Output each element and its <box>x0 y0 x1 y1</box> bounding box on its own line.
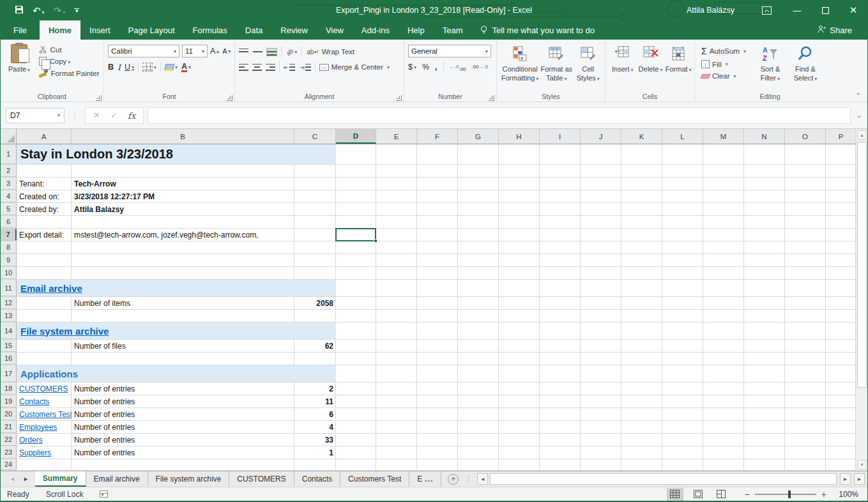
cell-B15[interactable]: Number of files <box>72 340 128 352</box>
column-header-C[interactable]: C <box>294 129 336 144</box>
row-header-21[interactable]: 21 <box>1 421 17 433</box>
alignment-dialog-launcher[interactable] <box>396 95 402 101</box>
comma-style-button[interactable]: , <box>435 63 437 72</box>
scroll-left-icon[interactable]: ◄ <box>477 473 488 485</box>
font-name-combo[interactable]: Calibri▾ <box>108 45 179 57</box>
cell-B20[interactable]: Number of entries <box>72 408 137 420</box>
column-header-B[interactable]: B <box>72 129 294 144</box>
tab-home[interactable]: Home <box>40 20 80 40</box>
row-header-18[interactable]: 18 <box>1 383 17 395</box>
undo-dropdown-icon[interactable]: ▾ <box>42 10 45 15</box>
select-all-corner[interactable] <box>1 129 17 144</box>
merge-center-button[interactable]: ↔Merge & Center <box>319 63 390 71</box>
cell-A19[interactable]: Contacts <box>17 395 72 407</box>
undo-icon[interactable]: ↶▾ <box>33 6 45 15</box>
row-header-12[interactable]: 12 <box>1 297 17 309</box>
column-header-M[interactable]: M <box>703 129 744 144</box>
align-left-icon[interactable] <box>239 64 248 71</box>
row-header-2[interactable]: 2 <box>1 165 17 177</box>
paste-button[interactable]: Paste <box>4 42 34 74</box>
increase-indent-icon[interactable]: ⇥ <box>299 64 310 71</box>
page-break-view-icon[interactable] <box>713 488 729 501</box>
enter-icon[interactable]: ✓ <box>110 110 118 120</box>
macro-record-icon[interactable] <box>100 491 108 498</box>
fill-button[interactable]: ↓Fill <box>701 60 746 68</box>
cell-A20[interactable]: Customers Test <box>17 408 72 420</box>
decrease-font-size-icon[interactable]: A▼ <box>222 47 231 55</box>
autosum-button[interactable]: ΣAutoSum <box>701 46 746 56</box>
increase-decimal-icon[interactable]: ←.0.00 <box>450 62 466 72</box>
sheet-tab-overflow[interactable]: E... <box>409 471 441 487</box>
row-header-6[interactable]: 6 <box>1 216 17 228</box>
cell-B12[interactable]: Number of items <box>72 297 133 309</box>
redo-dropdown-icon[interactable]: ▾ <box>63 10 65 15</box>
scroll-down-icon[interactable]: ▼ <box>857 460 867 469</box>
sheet-tab-customers[interactable]: CUSTOMERS <box>229 471 294 487</box>
decrease-indent-icon[interactable]: ⇤ <box>284 64 295 71</box>
cell-C12[interactable]: 2058 <box>294 297 336 309</box>
cell-A11[interactable]: Email archive <box>17 280 336 296</box>
italic-button[interactable]: I <box>118 63 121 72</box>
zoom-level[interactable]: 100% <box>833 490 858 499</box>
minimize-button[interactable]: — <box>783 0 811 20</box>
find-select-button[interactable]: Find & Select <box>788 42 823 83</box>
cell-A21[interactable]: Employees <box>17 421 72 433</box>
increase-font-size-icon[interactable]: A▲ <box>210 47 220 56</box>
cell-B5[interactable]: Attila Balazsy <box>72 203 126 215</box>
sheet-tab-email-archive[interactable]: Email archive <box>86 471 148 487</box>
column-header-A[interactable]: A <box>17 129 72 144</box>
clipboard-dialog-launcher[interactable] <box>96 95 102 101</box>
underline-button[interactable]: U <box>125 63 134 72</box>
fill-handle[interactable] <box>374 239 377 243</box>
cell-A22[interactable]: Orders <box>17 434 72 446</box>
cell-A17[interactable]: Applications <box>17 365 336 382</box>
insert-function-icon[interactable]: fx <box>128 110 136 121</box>
decrease-decimal-icon[interactable]: .00→.0 <box>471 65 488 70</box>
formula-input[interactable] <box>148 107 851 124</box>
format-as-table-button[interactable]: Format as Table <box>539 42 574 83</box>
cell-C18[interactable]: 2 <box>294 383 336 395</box>
bold-button[interactable]: B <box>108 63 114 72</box>
cell-C22[interactable]: 33 <box>294 434 336 446</box>
tab-add-ins[interactable]: Add-ins <box>353 20 399 40</box>
column-header-J[interactable]: J <box>581 129 621 144</box>
cell-B18[interactable]: Number of entries <box>72 383 137 395</box>
row-header-20[interactable]: 20 <box>1 408 17 420</box>
column-header-O[interactable]: O <box>785 129 826 144</box>
save-icon[interactable] <box>15 5 24 15</box>
tab-help[interactable]: Help <box>399 20 434 40</box>
accounting-format-button[interactable]: $ <box>408 63 416 72</box>
collapse-ribbon-icon[interactable]: ⌃ <box>856 92 861 99</box>
tab-view[interactable]: View <box>317 20 353 40</box>
sort-filter-button[interactable]: AZ Sort & Filter <box>752 42 788 83</box>
font-color-button[interactable]: A <box>181 63 191 72</box>
column-header-F[interactable]: F <box>417 129 458 144</box>
font-dialog-launcher[interactable] <box>227 95 232 101</box>
column-header-P[interactable]: P <box>826 129 857 144</box>
cell-styles-button[interactable]: Cell Styles <box>574 42 602 83</box>
sheet-tab-customers-test[interactable]: Customers Test <box>340 471 409 487</box>
wrap-text-button[interactable]: ab↵Wrap Text <box>307 48 354 56</box>
middle-align-icon[interactable] <box>253 49 263 56</box>
copy-button[interactable]: Copy <box>39 57 99 66</box>
cell-A1[interactable]: Stay in London 3/23/2018 <box>17 144 336 164</box>
scroll-right-edge-icon[interactable]: ► <box>854 473 865 485</box>
number-format-combo[interactable]: General▾ <box>408 45 491 57</box>
grid-body[interactable]: 1Stay in London 3/23/201823Tenant:Tech-A… <box>1 144 857 471</box>
tab-insert[interactable]: Insert <box>80 20 119 40</box>
cell-B21[interactable]: Number of entries <box>72 421 137 433</box>
tab-file[interactable]: File <box>1 20 40 40</box>
user-name[interactable]: Attila Balázsy <box>687 6 735 15</box>
cell-A14[interactable]: File system archive <box>17 323 336 339</box>
page-layout-view-icon[interactable] <box>690 488 706 501</box>
cell-A5[interactable]: Created by: <box>17 203 72 215</box>
share-button[interactable]: Share <box>818 20 852 40</box>
number-dialog-launcher[interactable] <box>489 95 494 101</box>
column-header-D[interactable]: D <box>336 129 376 144</box>
cell-A4[interactable]: Created on: <box>17 190 72 202</box>
row-header-7[interactable]: 7 <box>1 229 17 241</box>
column-header-H[interactable]: H <box>499 129 540 144</box>
tell-me-box[interactable]: Tell me what you want to do <box>480 20 594 40</box>
cell-A3[interactable]: Tenant: <box>17 178 72 190</box>
cell-C20[interactable]: 6 <box>294 408 336 420</box>
